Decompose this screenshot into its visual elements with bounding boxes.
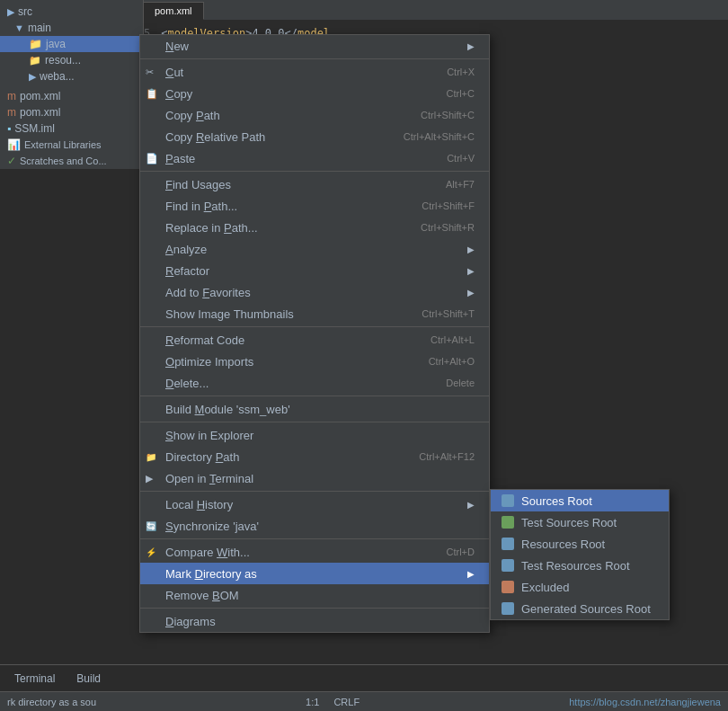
sources-root-icon — [502, 494, 514, 507]
menu-item-analyze[interactable]: Analyze ▶ — [140, 238, 489, 260]
maven-icon: m — [7, 90, 16, 102]
sidebar-item-label: resou... — [45, 54, 81, 67]
java-folder-icon: 📁 — [29, 38, 42, 50]
sidebar-item-java[interactable]: 📁 java — [0, 36, 143, 52]
sidebar-item-label: pom.xml — [20, 106, 60, 119]
menu-item-build-module[interactable]: Build Module 'ssm_web' — [140, 398, 489, 420]
copy-icon: 📋 — [146, 88, 158, 100]
menu-item-diagrams[interactable]: Diagrams — [140, 610, 489, 632]
menu-item-compare-with[interactable]: ⚡ Compare With... Ctrl+D — [140, 541, 489, 563]
sidebar-item-pom2[interactable]: m pom.xml — [0, 104, 143, 120]
menu-separator — [140, 58, 489, 59]
resources-root-icon — [502, 538, 514, 550]
menu-item-copy-relative-path[interactable]: Copy Relative Path Ctrl+Alt+Shift+C — [140, 126, 489, 147]
terminal-icon: ▶ — [146, 473, 153, 484]
menu-item-reformat-code[interactable]: Reformat Code Ctrl+Alt+L — [140, 329, 489, 351]
submenu-item-sources-root[interactable]: Sources Root — [491, 490, 669, 511]
test-resources-icon — [502, 559, 514, 572]
sidebar-item-scratches[interactable]: ✓ Scratches and Co... — [0, 153, 143, 169]
menu-item-cut[interactable]: ✂ Cut Ctrl+X — [140, 61, 489, 83]
generated-sources-icon — [502, 602, 514, 615]
folder-icon: ▶ — [29, 71, 36, 83]
folder-icon: ▼ — [14, 22, 24, 33]
sidebar-item-webapp[interactable]: ▶ weba... — [0, 68, 143, 84]
menu-item-copy-path[interactable]: Copy Path Ctrl+Shift+C — [140, 104, 489, 126]
status-left-text: rk directory as a sou — [7, 697, 96, 707]
sidebar-item-label: External Libraries — [24, 139, 102, 150]
maven-icon: m — [7, 106, 16, 119]
sidebar-item-iml[interactable]: ▪ SSM.iml — [0, 120, 143, 137]
folder-icon: 📁 — [29, 55, 41, 67]
menu-item-new[interactable]: New ▶ — [140, 35, 489, 57]
submenu-label: Resources Root — [521, 538, 605, 551]
sidebar-item-main[interactable]: ▼ main — [0, 20, 143, 36]
menu-item-copy[interactable]: 📋 Copy Ctrl+C — [140, 83, 489, 104]
library-icon: 📊 — [7, 138, 21, 151]
menu-separator — [140, 608, 489, 609]
bottom-panel: Terminal Build — [0, 664, 728, 691]
sync-icon: 🔄 — [146, 521, 156, 531]
sidebar-item-src[interactable]: ▶ src — [0, 4, 143, 20]
menu-item-show-in-explorer[interactable]: Show in Explorer — [140, 424, 489, 446]
scratches-icon: ✓ — [7, 155, 16, 167]
menu-item-paste[interactable]: 📄 Paste Ctrl+V — [140, 147, 489, 169]
sidebar-item-ext-lib[interactable]: 📊 External Libraries — [0, 137, 143, 153]
cut-icon: ✂ — [146, 67, 154, 78]
submenu-item-resources-root[interactable]: Resources Root — [491, 533, 669, 555]
mark-directory-submenu: Sources Root Test Sources Root Resources… — [490, 489, 670, 620]
menu-item-synchronize[interactable]: 🔄 Synchronize 'java' — [140, 515, 489, 537]
terminal-tab-label: Terminal — [14, 672, 55, 685]
sidebar-item-label: java — [46, 38, 66, 50]
sidebar-item-pom1[interactable]: m pom.xml — [0, 88, 143, 104]
sidebar-item-label: pom.xml — [20, 90, 60, 102]
menu-item-mark-directory[interactable]: Mark Directory as ▶ — [140, 563, 489, 584]
tab-bar: pom.xml — [144, 0, 728, 20]
status-url[interactable]: https://blog.csdn.net/zhangjiewena — [569, 697, 721, 707]
menu-item-show-image-thumbnails[interactable]: Show Image Thumbnails Ctrl+Shift+T — [140, 303, 489, 324]
menu-item-directory-path[interactable]: 📁 Directory Path Ctrl+Alt+F12 — [140, 446, 489, 467]
tab-label: pom.xml — [155, 5, 192, 16]
submenu-item-test-sources-root[interactable]: Test Sources Root — [491, 511, 669, 533]
menu-separator — [140, 171, 489, 172]
menu-separator — [140, 491, 489, 492]
sidebar-item-resources[interactable]: 📁 resou... — [0, 52, 143, 68]
submenu-label: Test Resources Root — [521, 559, 630, 573]
menu-item-delete[interactable]: Delete... Delete — [140, 372, 489, 394]
menu-separator — [140, 422, 489, 422]
submenu-item-excluded[interactable]: Excluded — [491, 576, 669, 598]
paste-icon: 📄 — [146, 153, 158, 164]
sidebar-item-label: SSM.iml — [14, 122, 55, 135]
iml-icon: ▪ — [7, 122, 11, 135]
context-menu: New ▶ ✂ Cut Ctrl+X 📋 Copy Ctrl+C Copy Pa… — [139, 34, 490, 633]
menu-item-open-in-terminal[interactable]: ▶ Open in Terminal — [140, 467, 489, 489]
excluded-icon — [502, 581, 514, 593]
submenu-item-test-resources-root[interactable]: Test Resources Root — [491, 555, 669, 576]
menu-item-find-usages[interactable]: Find Usages Alt+F7 — [140, 173, 489, 195]
status-line-ending: CRLF — [333, 697, 360, 707]
compare-icon: ⚡ — [146, 547, 156, 557]
status-position: 1:1 — [306, 697, 319, 707]
sidebar-item-label: Scratches and Co... — [20, 156, 107, 166]
directory-icon: 📁 — [146, 452, 156, 462]
terminal-tab[interactable]: Terminal — [7, 671, 62, 687]
menu-separator — [140, 326, 489, 327]
submenu-label: Excluded — [521, 581, 569, 594]
submenu-item-generated-sources-root[interactable]: Generated Sources Root — [491, 598, 669, 619]
sidebar-item-label: weba... — [40, 70, 75, 83]
menu-item-replace-in-path[interactable]: Replace in Path... Ctrl+Shift+R — [140, 217, 489, 238]
menu-item-refactor[interactable]: Refactor ▶ — [140, 260, 489, 281]
menu-separator — [140, 395, 489, 396]
folder-icon: ▶ — [7, 6, 14, 18]
menu-separator — [140, 538, 489, 539]
tab-pom-xml[interactable]: pom.xml — [144, 2, 204, 20]
menu-item-optimize-imports[interactable]: Optimize Imports Ctrl+Alt+O — [140, 351, 489, 372]
submenu-label: Sources Root — [521, 494, 592, 508]
menu-item-find-in-path[interactable]: Find in Path... Ctrl+Shift+F — [140, 195, 489, 217]
build-tab[interactable]: Build — [69, 671, 108, 687]
sidebar-item-label: src — [18, 5, 32, 18]
submenu-label: Test Sources Root — [521, 516, 617, 529]
test-sources-icon — [502, 516, 514, 529]
menu-item-local-history[interactable]: Local History ▶ — [140, 493, 489, 515]
menu-item-remove-bom[interactable]: Remove BOM — [140, 584, 489, 606]
menu-item-add-to-favorites[interactable]: Add to Favorites ▶ — [140, 281, 489, 303]
